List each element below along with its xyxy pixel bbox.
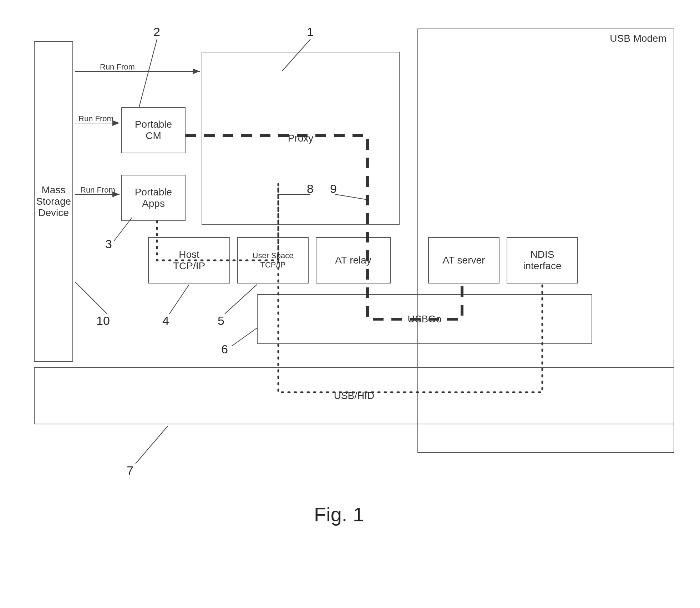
at-relay-label: AT relay	[335, 255, 371, 266]
callout-4: 4	[162, 314, 169, 328]
mass-storage-label: Mass Storage Device	[36, 184, 71, 219]
user-tcpip-box: User Space TCP/IP	[237, 237, 309, 283]
callout-6: 6	[221, 342, 228, 356]
callout-1: 1	[307, 25, 314, 39]
run-from-3-label: Run From	[80, 185, 115, 195]
usbgo-box: USBGo	[257, 294, 592, 344]
svg-line-7	[225, 285, 257, 314]
svg-line-6	[169, 285, 189, 314]
svg-line-9	[136, 426, 168, 464]
user-tcpip-label: User Space TCP/IP	[253, 251, 294, 270]
run-from-2-label: Run From	[78, 114, 113, 123]
ndis-label: NDIS interface	[523, 249, 561, 272]
proxy-box: Proxy	[202, 52, 400, 225]
svg-line-8	[232, 328, 257, 346]
mass-storage-box: Mass Storage Device	[34, 41, 73, 362]
usb-hid-box: USB/HID	[34, 367, 674, 424]
ndis-box: NDIS interface	[507, 237, 578, 283]
at-server-box: AT server	[428, 237, 499, 283]
callout-10: 10	[96, 314, 110, 328]
callout-3: 3	[105, 237, 112, 251]
portable-apps-box: Portable Apps	[121, 175, 186, 221]
callout-9: 9	[330, 182, 337, 196]
proxy-label: Proxy	[288, 133, 314, 144]
callout-7: 7	[127, 464, 133, 477]
portable-cm-label: Portable CM	[135, 119, 172, 142]
portable-cm-box: Portable CM	[121, 107, 186, 153]
svg-line-4	[139, 39, 157, 107]
host-tcpip-label: Host TCP/IP	[173, 249, 205, 272]
callout-2: 2	[153, 25, 160, 39]
host-tcpip-box: Host TCP/IP	[148, 237, 230, 283]
svg-line-12	[75, 282, 107, 314]
usb-modem-label: USB Modem	[610, 33, 666, 44]
usb-hid-label: USB/HID	[334, 390, 375, 402]
callout-5: 5	[218, 314, 224, 328]
run-from-1-label: Run From	[100, 62, 135, 72]
figure-caption: Fig. 1	[314, 503, 364, 526]
at-relay-box: AT relay	[316, 237, 391, 283]
at-server-label: AT server	[443, 255, 485, 266]
callout-8: 8	[307, 182, 314, 196]
portable-apps-label: Portable Apps	[135, 187, 172, 209]
usbgo-label: USBGo	[408, 313, 442, 325]
